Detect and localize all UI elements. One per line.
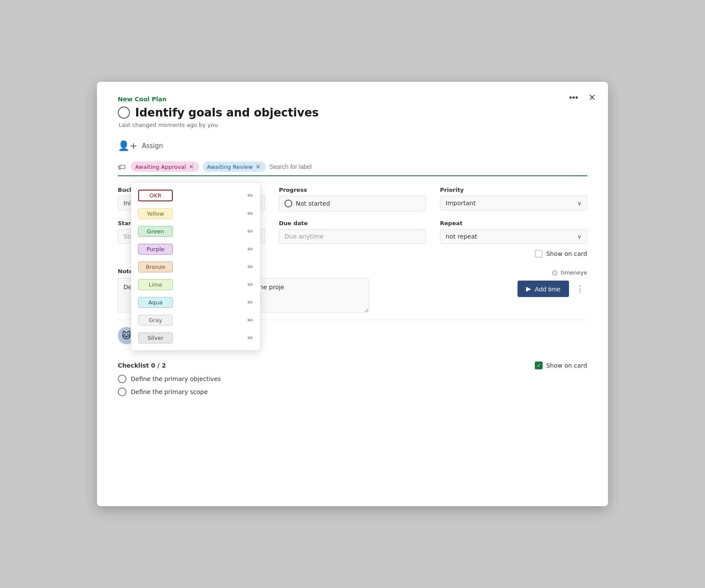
timeneye-logo-row: ⊙ timeneye — [413, 268, 587, 277]
more-icon: ••• — [569, 93, 578, 102]
dropdown-item-bronze[interactable]: Bronze ✏ — [131, 258, 260, 276]
close-button[interactable]: ✕ — [585, 90, 599, 104]
task-complete-circle[interactable] — [118, 107, 130, 119]
due-date-label: Due date — [279, 220, 426, 226]
checklist-item-1: Define the primary objectives — [118, 375, 587, 383]
task-subtitle: Last changed moments ago by you — [119, 122, 587, 128]
label-badge-purple: Purple — [138, 244, 173, 255]
label-chip-awaiting-review[interactable]: Awaiting Review ✕ — [203, 162, 266, 172]
priority-group: Priority Important ∨ — [440, 187, 587, 211]
timeneye-icon: ⊙ — [552, 268, 558, 277]
priority-label: Priority — [440, 187, 587, 193]
priority-select[interactable]: Important ∨ — [440, 196, 587, 210]
check-icon: ✓ — [537, 362, 541, 368]
plan-name[interactable]: New Cool Plan — [118, 96, 587, 103]
label-badge-aqua: Aqua — [138, 297, 173, 308]
label-badge-lime: Lime — [138, 279, 173, 290]
label-search-input[interactable] — [269, 163, 587, 170]
dropdown-item-aqua[interactable]: Aqua ✏ — [131, 294, 260, 311]
label-tag-icon: 🏷 — [118, 162, 126, 171]
label-badge-okr: OKR — [138, 190, 173, 201]
label-badge-bronze: Bronze — [138, 262, 173, 272]
dropdown-item-silver[interactable]: Silver ✏ — [131, 329, 260, 347]
repeat-show-on-card-row: Show on card — [440, 250, 587, 258]
edit-icon-purple[interactable]: ✏ — [248, 245, 253, 253]
checklist-item-text-2: Define the primary scope — [131, 388, 208, 395]
edit-icon-bronze[interactable]: ✏ — [248, 263, 253, 271]
dropdown-item-lime[interactable]: Lime ✏ — [131, 276, 260, 294]
checklist-show-on-card-checkbox[interactable]: ✓ — [535, 362, 543, 369]
label-badge-yellow: Yellow — [138, 208, 173, 219]
timeneye-label: timeneye — [561, 269, 587, 276]
label-chip-awaiting-approval[interactable]: Awaiting Approval ✕ — [131, 162, 199, 172]
edit-icon-aqua[interactable]: ✏ — [248, 298, 253, 307]
repeat-show-on-card-label: Show on card — [546, 250, 587, 257]
add-time-button[interactable]: ▶ Add time — [517, 281, 569, 297]
due-date-placeholder: Due anytime — [285, 233, 323, 240]
priority-value: Important — [446, 200, 475, 207]
label-chip-text: Awaiting Review — [207, 164, 253, 170]
timeneye-section: ⊙ timeneye ▶ Add time ⋮ — [413, 268, 587, 297]
assign-row[interactable]: 👤+ Assign — [118, 140, 587, 151]
modal-header-actions: ••• ✕ — [566, 90, 599, 104]
repeat-label: Repeat — [440, 220, 587, 226]
progress-group: Progress Not started — [279, 187, 426, 211]
checklist-show-on-card-label: Show on card — [546, 362, 587, 369]
checklist-item-2: Define the primary scope — [118, 388, 587, 396]
labels-row: 🏷 Awaiting Approval ✕ Awaiting Review ✕ … — [118, 162, 587, 176]
assign-icon: 👤+ — [118, 140, 137, 151]
edit-icon-silver[interactable]: ✏ — [248, 334, 253, 342]
task-title-row: Identify goals and objectives — [118, 106, 587, 119]
assign-label: Assign — [142, 142, 163, 150]
edit-icon-gray[interactable]: ✏ — [248, 316, 253, 324]
dropdown-item-okr[interactable]: OKR ✏ — [131, 186, 260, 205]
dropdown-item-yellow[interactable]: Yellow ✏ — [131, 205, 260, 223]
right-section: ⊙ timeneye ▶ Add time ⋮ — [399, 268, 587, 314]
edit-icon-yellow[interactable]: ✏ — [248, 210, 253, 218]
label-badge-gray: Gray — [138, 315, 173, 326]
due-date-group: Due date Due anytime — [279, 220, 426, 258]
label-chip-close-review[interactable]: ✕ — [255, 163, 262, 170]
checklist-header: Checklist 0 / 2 ✓ Show on card — [118, 362, 587, 369]
edit-icon-green[interactable]: ✏ — [248, 227, 253, 236]
progress-circle-icon — [285, 200, 292, 207]
timeneye-more-button[interactable]: ⋮ — [572, 281, 587, 297]
dropdown-item-purple[interactable]: Purple ✏ — [131, 240, 260, 258]
progress-value: Not started — [296, 200, 330, 207]
label-badge-silver: Silver — [138, 333, 173, 343]
label-badge-green: Green — [138, 226, 173, 237]
checklist-item-circle-1[interactable] — [118, 375, 126, 383]
label-dropdown: OKR ✏ Yellow ✏ Green ✏ Purple ✏ Bronze ✏… — [131, 182, 261, 351]
task-title[interactable]: Identify goals and objectives — [135, 106, 319, 119]
add-time-label: Add time — [535, 285, 560, 293]
repeat-value: not repeat — [446, 233, 477, 240]
priority-chevron-icon: ∨ — [577, 200, 582, 207]
progress-select[interactable]: Not started — [279, 196, 426, 211]
repeat-chevron-icon: ∨ — [577, 233, 582, 240]
task-modal: ••• ✕ New Cool Plan Identify goals and o… — [97, 82, 608, 506]
label-chip-text: Awaiting Approval — [135, 164, 186, 170]
more-vert-icon: ⋮ — [576, 284, 584, 293]
repeat-show-on-card-checkbox[interactable] — [535, 250, 543, 258]
label-chip-close-approval[interactable]: ✕ — [188, 163, 195, 170]
more-options-button[interactable]: ••• — [566, 91, 582, 104]
checklist-section: Checklist 0 / 2 ✓ Show on card Define th… — [118, 362, 587, 396]
close-icon: ✕ — [589, 93, 596, 102]
dropdown-item-gray[interactable]: Gray ✏ — [131, 311, 260, 329]
dropdown-item-green[interactable]: Green ✏ — [131, 223, 260, 240]
checklist-title: Checklist 0 / 2 — [118, 362, 166, 369]
checklist-item-text-1: Define the primary objectives — [131, 375, 221, 382]
progress-label: Progress — [279, 187, 426, 193]
edit-icon-okr[interactable]: ✏ — [248, 191, 253, 200]
play-icon: ▶ — [526, 285, 531, 293]
repeat-select[interactable]: not repeat ∨ — [440, 229, 587, 244]
due-date-input[interactable]: Due anytime — [279, 229, 426, 244]
edit-icon-lime[interactable]: ✏ — [248, 281, 253, 289]
repeat-group: Repeat not repeat ∨ Show on card — [440, 220, 587, 258]
checklist-show-card-row: ✓ Show on card — [535, 362, 587, 369]
checklist-item-circle-2[interactable] — [118, 388, 126, 396]
add-time-row: ▶ Add time ⋮ — [413, 281, 587, 297]
